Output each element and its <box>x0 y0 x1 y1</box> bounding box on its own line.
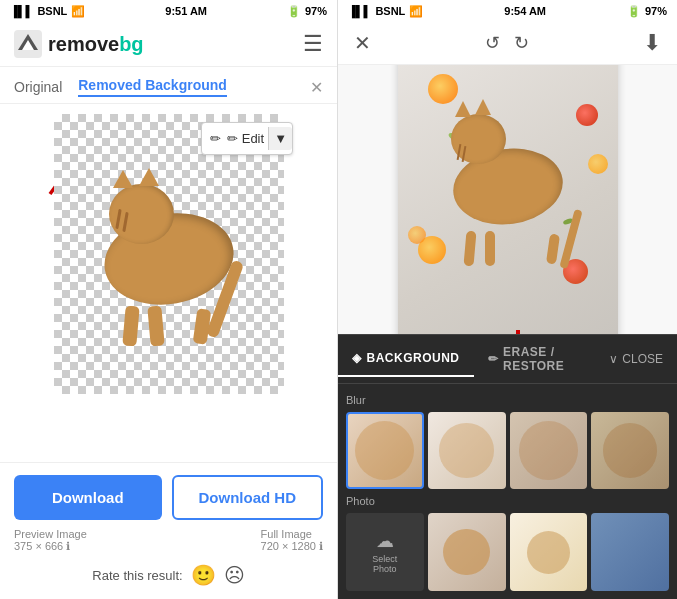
wifi-icon-right: 📶 <box>409 5 423 18</box>
edit-dropdown-caret[interactable]: ▼ <box>268 127 292 150</box>
status-right-left: ▐▌▌ BSNL 📶 <box>348 5 423 18</box>
logo-text: removebg <box>48 33 144 56</box>
tab-background[interactable]: ◈ BACKGROUND <box>338 341 474 377</box>
logo-icon <box>14 30 42 58</box>
battery-percent-right: 97% <box>645 5 667 17</box>
status-right-right: 🔋 97% <box>627 5 667 18</box>
red-arrow-right <box>488 325 548 334</box>
bg-photo-1[interactable] <box>428 513 506 591</box>
rate-sad-emoji[interactable]: ☹ <box>224 563 245 587</box>
full-info: Full Image 720 × 1280 ℹ <box>261 528 323 553</box>
hamburger-menu[interactable]: ☰ <box>303 31 323 57</box>
editor-tabs: ◈ BACKGROUND ✏ ERASE / RESTORE ∨ CLOSE <box>338 335 677 384</box>
editor-toolbar: ✕ ↺ ↻ ⬇ <box>338 22 677 65</box>
preview-info-icon[interactable]: ℹ <box>66 540 70 552</box>
tabs-row: Original Removed Background ✕ <box>0 67 337 104</box>
bg-blur-4[interactable] <box>591 412 669 490</box>
status-bar-right: ▐▌▌ BSNL 📶 9:54 AM 🔋 97% <box>338 0 677 22</box>
logo-bg: bg <box>119 33 143 55</box>
rate-happy-emoji[interactable]: 🙂 <box>191 563 216 587</box>
blur-label: Blur <box>346 392 669 408</box>
time-display: 9:51 AM <box>165 5 207 17</box>
battery-percent: 97% <box>305 5 327 17</box>
close-chevron-icon: ∨ <box>609 352 618 366</box>
bottom-section-left: Download Download HD Preview Image 375 ×… <box>0 462 337 599</box>
bg-photo-3[interactable] <box>591 513 669 591</box>
tab-removed-background[interactable]: Removed Background <box>78 77 227 97</box>
toolbar-download-button[interactable]: ⬇ <box>643 30 661 56</box>
wifi-icon: 📶 <box>71 5 85 18</box>
upload-cloud-icon: ☁ <box>376 530 394 552</box>
tab-erase-restore[interactable]: ✏ ERASE / RESTORE <box>474 335 596 383</box>
logo-remove: remove <box>48 33 119 55</box>
left-panel: ▐▌▌ BSNL 📶 9:51 AM 🔋 97% removebg ☰ Orig… <box>0 0 338 599</box>
status-right: 🔋 97% <box>287 5 327 18</box>
status-bar-left: ▐▌▌ BSNL 📶 9:51 AM 🔋 97% <box>0 0 337 22</box>
edit-button[interactable]: ✏ ✏ Edit ▼ <box>201 122 293 155</box>
bg-blur-2[interactable] <box>428 412 506 490</box>
full-info-icon[interactable]: ℹ <box>319 540 323 552</box>
time-display-right: 9:54 AM <box>504 5 546 17</box>
toolbar-actions: ↺ ↻ <box>485 32 529 54</box>
tab-close-button[interactable]: ✕ <box>310 78 323 97</box>
bg-photo-2[interactable] <box>510 513 588 591</box>
transparent-preview <box>54 114 284 394</box>
eraser-icon: ✏ <box>488 352 499 366</box>
undo-button[interactable]: ↺ <box>485 32 500 54</box>
logo: removebg <box>14 30 144 58</box>
preview-info: Preview Image 375 × 666 ℹ <box>14 528 87 553</box>
redo-button[interactable]: ↻ <box>514 32 529 54</box>
select-photo-button[interactable]: ☁ SelectPhoto <box>346 513 424 591</box>
image-area-left: ✏ ✏ Edit ▼ <box>0 104 337 462</box>
status-left: ▐▌▌ BSNL 📶 <box>10 5 85 18</box>
edit-pencil-icon: ✏ <box>210 131 221 146</box>
editor-bottom-panel: ◈ BACKGROUND ✏ ERASE / RESTORE ∨ CLOSE B… <box>338 334 677 600</box>
battery-icon: 🔋 <box>287 5 301 18</box>
battery-icon-right: 🔋 <box>627 5 641 18</box>
photo-label: Photo <box>346 493 669 509</box>
nav-bar-left: removebg ☰ <box>0 22 337 67</box>
signal-bars-right: ▐▌▌ <box>348 5 371 17</box>
bg-options-grid: Blur Photo <box>338 384 677 600</box>
editor-close-button[interactable]: ✕ <box>354 31 371 55</box>
signal-bars: ▐▌▌ <box>10 5 33 17</box>
preview-info-row: Preview Image 375 × 666 ℹ Full Image 720… <box>14 528 323 553</box>
editor-image-area <box>338 65 677 334</box>
bg-blur-3[interactable] <box>510 412 588 490</box>
download-buttons-row: Download Download HD <box>14 475 323 520</box>
layers-icon: ◈ <box>352 351 362 365</box>
tab-close[interactable]: ∨ CLOSE <box>595 342 677 376</box>
rate-row: Rate this result: 🙂 ☹ <box>14 563 323 587</box>
bg-blur-1[interactable] <box>346 412 424 490</box>
select-photo-label: SelectPhoto <box>372 554 397 574</box>
right-panel: ▐▌▌ BSNL 📶 9:54 AM 🔋 97% ✕ ↺ ↻ ⬇ <box>338 0 677 599</box>
carrier-name: BSNL <box>37 5 67 17</box>
download-hd-button[interactable]: Download HD <box>172 475 324 520</box>
download-button[interactable]: Download <box>14 475 162 520</box>
tab-original[interactable]: Original <box>14 79 62 95</box>
carrier-name-right: BSNL <box>375 5 405 17</box>
